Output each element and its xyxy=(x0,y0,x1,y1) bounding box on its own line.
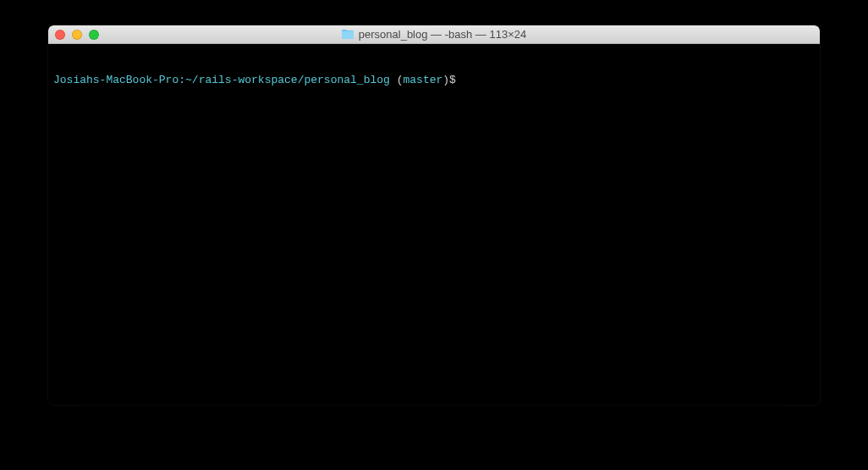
window-title: personal_blog — -bash — 113×24 xyxy=(48,28,820,41)
svg-rect-0 xyxy=(342,31,354,39)
prompt-branch: master xyxy=(403,74,442,86)
maximize-icon[interactable] xyxy=(89,30,99,40)
terminal-window: personal_blog — -bash — 113×24 Josiahs-M… xyxy=(48,25,820,405)
prompt-paren-open: ( xyxy=(390,74,404,86)
titlebar[interactable]: personal_blog — -bash — 113×24 xyxy=(48,25,820,44)
window-title-text: personal_blog — -bash — 113×24 xyxy=(359,28,526,41)
traffic-lights xyxy=(48,30,99,40)
close-icon[interactable] xyxy=(55,30,65,40)
folder-icon xyxy=(342,30,354,39)
prompt-line: Josiahs-MacBook-Pro:~/rails-workspace/pe… xyxy=(53,74,815,87)
prompt-symbol: $ xyxy=(449,74,456,86)
terminal-body[interactable]: Josiahs-MacBook-Pro:~/rails-workspace/pe… xyxy=(48,44,820,405)
prompt-paren-close: ) xyxy=(442,74,449,86)
prompt-host: Josiahs-MacBook-Pro: xyxy=(53,74,185,86)
prompt-path: ~/rails-workspace/personal_blog xyxy=(185,74,390,86)
minimize-icon[interactable] xyxy=(72,30,82,40)
